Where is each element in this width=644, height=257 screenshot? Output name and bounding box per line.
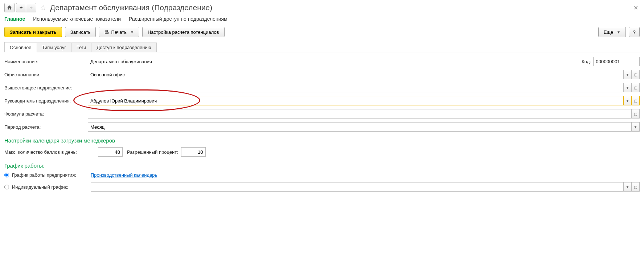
company-schedule-radio[interactable] <box>4 173 9 177</box>
close-button[interactable]: ✕ <box>632 4 640 11</box>
period-input[interactable] <box>88 122 632 132</box>
max-points-input[interactable] <box>98 147 123 157</box>
tab-tags[interactable]: Теги <box>71 43 91 52</box>
calendar-section-title: Настройки календаря загрузки менеджеров <box>4 137 640 144</box>
individual-schedule-text: Индивидуальный график: <box>12 184 68 190</box>
name-label: Наименование: <box>4 59 88 64</box>
open-button[interactable]: ▢ <box>632 96 640 105</box>
company-schedule-radio-label[interactable]: График работы предприятия: <box>4 172 88 178</box>
period-label: Период расчета: <box>4 124 88 130</box>
dropdown-button[interactable]: ▼ <box>624 70 632 79</box>
office-label: Офис компании: <box>4 72 88 77</box>
chevron-down-icon: ▼ <box>617 30 620 34</box>
open-button[interactable]: ▢ <box>632 70 640 79</box>
forward-button[interactable] <box>26 3 36 12</box>
save-close-button[interactable]: Записать и закрыть <box>4 27 62 37</box>
percent-label: Разрешенный процент: <box>127 149 178 155</box>
parent-input[interactable] <box>88 83 624 92</box>
home-icon <box>7 5 12 10</box>
parent-label: Вышестоящее подразделение: <box>4 85 88 91</box>
more-button[interactable]: Еще ▼ <box>598 27 626 37</box>
head-input[interactable] <box>88 96 624 105</box>
name-input[interactable] <box>88 57 577 66</box>
individual-schedule-radio-label[interactable]: Индивидуальный график: <box>4 184 88 190</box>
code-input[interactable] <box>593 57 640 66</box>
formula-label: Формула расчета: <box>4 111 88 117</box>
help-button[interactable]: ? <box>629 27 640 37</box>
individual-schedule-radio[interactable] <box>4 185 9 189</box>
company-schedule-text: График работы предприятия: <box>12 172 76 178</box>
print-button[interactable]: Печать ▼ <box>99 27 139 37</box>
dropdown-button[interactable]: ▼ <box>624 96 632 105</box>
more-label: Еще <box>604 29 613 35</box>
dropdown-button[interactable]: ▼ <box>632 122 640 132</box>
tab-main[interactable]: Основное <box>5 43 37 52</box>
favorite-star-icon[interactable]: ☆ <box>40 3 46 12</box>
arrow-right-icon <box>29 5 33 10</box>
open-button[interactable]: ▢ <box>632 109 640 119</box>
menu-access[interactable]: Расширенный доступ по подразделениям <box>129 16 227 22</box>
head-label: Руководитель подразделения: <box>4 98 88 104</box>
company-calendar-link[interactable]: Производственный календарь <box>91 172 157 178</box>
tab-services[interactable]: Типы услуг <box>37 43 71 52</box>
page-title: Департамент обслуживания (Подразделение) <box>50 3 212 12</box>
tab-access[interactable]: Доступ к подразделению <box>91 43 156 52</box>
individual-schedule-input[interactable] <box>91 182 624 192</box>
menu-main[interactable]: Главное <box>4 16 25 22</box>
chevron-down-icon: ▼ <box>130 30 134 34</box>
max-points-label: Макс. количество баллов в день: <box>4 149 95 155</box>
percent-input[interactable] <box>181 147 206 157</box>
back-button[interactable] <box>16 3 26 12</box>
open-button[interactable]: ▢ <box>632 182 640 192</box>
menu-kpi[interactable]: Используемые ключевые показатели <box>33 16 121 22</box>
dropdown-button[interactable]: ▼ <box>624 182 632 192</box>
open-button[interactable]: ▢ <box>632 83 640 92</box>
arrow-left-icon <box>19 5 23 10</box>
office-input[interactable] <box>88 70 624 79</box>
printer-icon <box>104 29 109 35</box>
home-button[interactable] <box>4 3 15 12</box>
print-label: Печать <box>111 29 127 35</box>
dropdown-button[interactable]: ▼ <box>624 83 632 92</box>
save-button[interactable]: Записать <box>65 27 96 37</box>
code-label: Код: <box>582 59 591 64</box>
formula-input[interactable] <box>88 109 632 119</box>
potentials-button[interactable]: Настройка расчета потенциалов <box>142 27 225 37</box>
schedule-section-title: График работы: <box>4 162 640 169</box>
